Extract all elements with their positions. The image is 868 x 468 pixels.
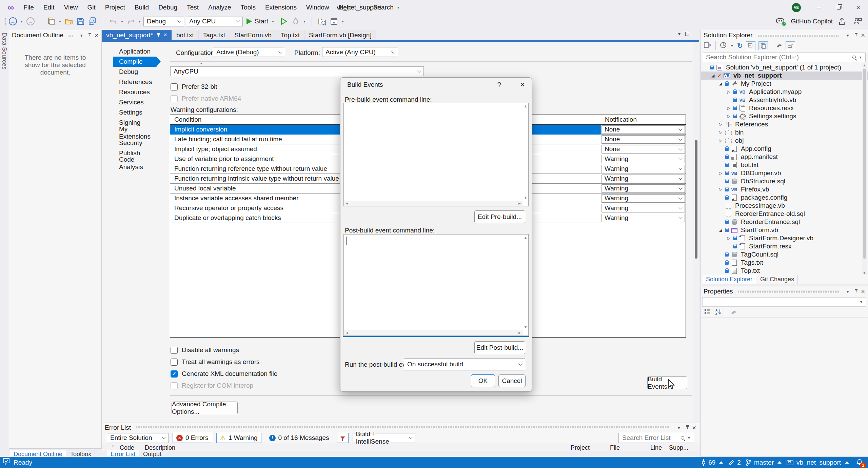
expander-icon[interactable] bbox=[717, 81, 724, 86]
menu-item[interactable]: Git bbox=[82, 0, 100, 15]
target-cpu-combo[interactable]: AnyCPU bbox=[170, 66, 424, 76]
restore-button[interactable] bbox=[829, 0, 848, 15]
properties-icon[interactable] bbox=[776, 42, 783, 50]
toolbar-grip[interactable] bbox=[3, 17, 6, 25]
expander-icon[interactable] bbox=[725, 89, 732, 94]
refresh-icon[interactable]: ↻ bbox=[737, 42, 743, 50]
property-nav-item[interactable]: Debug bbox=[113, 67, 156, 77]
expander-icon[interactable] bbox=[717, 138, 724, 143]
checkbox-row[interactable]: Register for COM interop bbox=[171, 382, 277, 390]
configuration-combo[interactable]: Active (Debug) bbox=[213, 47, 285, 57]
notification-combo[interactable]: None bbox=[601, 125, 685, 134]
tree-scrollbar[interactable]: ▲ ▼ bbox=[862, 63, 867, 275]
chevron-down-icon[interactable]: ▾ bbox=[859, 55, 863, 60]
chevron-down-icon[interactable]: ▾ bbox=[730, 43, 734, 48]
tree-item[interactable]: ✓ packages.config bbox=[701, 194, 868, 202]
tree-item[interactable]: ✓ My Project bbox=[701, 80, 868, 88]
close-icon[interactable]: × bbox=[861, 288, 865, 296]
hot-reload-button[interactable] bbox=[291, 16, 301, 26]
tree-item[interactable]: ✓ ReorderEntrance.sql bbox=[701, 218, 868, 226]
collapse-all-icon[interactable] bbox=[746, 41, 755, 50]
checkbox-row[interactable]: Disable all warnings bbox=[171, 346, 277, 354]
menu-item[interactable]: Test bbox=[182, 0, 203, 15]
chevron-down-icon[interactable]: ▾ bbox=[687, 435, 691, 440]
expander-icon[interactable] bbox=[725, 236, 732, 241]
pin-icon[interactable] bbox=[854, 289, 858, 294]
close-icon[interactable]: × bbox=[95, 32, 99, 39]
tree-item[interactable]: ✓ DbStructure.sql bbox=[701, 177, 868, 185]
chevron-down-icon[interactable]: ▾ bbox=[302, 19, 307, 24]
checkbox-row[interactable]: Treat all warnings as errors bbox=[171, 358, 277, 366]
window-position-icon[interactable]: ▾ bbox=[844, 33, 851, 38]
property-nav-item[interactable]: Settings bbox=[113, 107, 156, 118]
pin-icon[interactable] bbox=[854, 33, 858, 38]
undo-button[interactable] bbox=[108, 16, 118, 26]
property-nav-item[interactable]: My Extensions bbox=[113, 128, 156, 138]
column-divider[interactable] bbox=[601, 115, 601, 337]
expander-icon[interactable] bbox=[717, 187, 724, 192]
close-button[interactable]: × bbox=[848, 0, 868, 15]
chevron-down-icon[interactable]: ▾ bbox=[58, 19, 62, 24]
preview-selected-icon[interactable]: ✦ bbox=[786, 41, 795, 50]
expander-icon[interactable] bbox=[725, 114, 732, 119]
tree-item[interactable]: ✓ bot.txt bbox=[701, 161, 868, 169]
navigate-back-button[interactable]: ← bbox=[8, 16, 18, 26]
pin-icon[interactable] bbox=[685, 425, 689, 430]
close-icon[interactable]: × bbox=[163, 32, 167, 39]
notification-combo[interactable]: Warning bbox=[601, 175, 685, 183]
scrollbar-thumb[interactable] bbox=[695, 140, 697, 259]
property-nav-item[interactable]: References bbox=[113, 77, 156, 87]
error-provider-combo[interactable]: Build + IntelliSense bbox=[353, 433, 415, 443]
tree-item[interactable]: ✓ Top.txt bbox=[701, 267, 868, 275]
checkbox[interactable] bbox=[171, 370, 178, 378]
send-feedback-icon[interactable] bbox=[852, 16, 863, 26]
notification-combo[interactable]: Warning bbox=[601, 204, 685, 212]
panel-grip[interactable] bbox=[757, 34, 840, 37]
tree-item[interactable]: ✓ app.manifest bbox=[701, 153, 868, 161]
help-icon[interactable]: ? bbox=[497, 81, 501, 89]
solution-platform-combo[interactable]: Any CPU bbox=[186, 17, 243, 26]
properties-header[interactable]: Properties ▾ × bbox=[701, 286, 868, 297]
toolbar-overflow-icon[interactable]: ▾ bbox=[341, 19, 345, 24]
notification-combo[interactable]: Warning bbox=[601, 184, 685, 193]
switch-views-icon[interactable] bbox=[704, 41, 712, 50]
tree-item[interactable]: ✓ ProcessImage.vb bbox=[701, 202, 868, 210]
notification-column-header[interactable]: Notification bbox=[601, 115, 686, 124]
menu-item[interactable]: Project bbox=[100, 0, 130, 15]
alphabetical-sort-icon[interactable]: AZ bbox=[715, 308, 722, 317]
solution-explorer-toolbar-icon[interactable] bbox=[329, 16, 339, 26]
copilot-label[interactable]: GitHub Copilot bbox=[791, 18, 833, 25]
tree-item[interactable]: ✓ StartForm.resx bbox=[701, 242, 868, 250]
edit-post-build-button[interactable]: Edit Post-build... bbox=[474, 341, 525, 354]
error-list-search-input[interactable] bbox=[619, 433, 678, 442]
horizontal-scrollbar[interactable]: ◄► bbox=[344, 330, 523, 335]
editor-tab[interactable]: bot.txt × bbox=[172, 30, 199, 40]
branch-button[interactable]: master bbox=[746, 459, 782, 466]
find-in-files-button[interactable] bbox=[317, 16, 327, 26]
tree-item[interactable]: ✓ vb_net_support bbox=[701, 72, 868, 80]
post-build-command-input[interactable]: ▲▼ ◄► bbox=[343, 234, 529, 336]
horizontal-scrollbar[interactable]: ◄► bbox=[344, 201, 523, 206]
cancel-button[interactable]: Cancel bbox=[498, 374, 526, 387]
checkbox[interactable] bbox=[171, 95, 178, 102]
commits-button[interactable]: 69 bbox=[701, 459, 723, 466]
project-column-header[interactable]: Project bbox=[571, 444, 590, 451]
tree-item[interactable]: ✓ bin bbox=[701, 128, 868, 137]
file-column-header[interactable]: File bbox=[610, 444, 620, 451]
messages-filter-button[interactable]: i0 of 16 Messages bbox=[265, 433, 333, 443]
tree-item[interactable]: ✓ TagCount.sql bbox=[701, 250, 868, 259]
dock-tab[interactable]: Git Changes bbox=[757, 275, 798, 284]
checkbox-row[interactable]: Prefer native ARM64 bbox=[171, 95, 241, 103]
navigate-forward-button[interactable]: → bbox=[25, 16, 36, 26]
property-nav-item[interactable]: Services bbox=[113, 97, 156, 107]
close-icon[interactable]: × bbox=[520, 80, 525, 89]
solution-explorer-header[interactable]: Solution Explorer ▾ × bbox=[701, 30, 868, 40]
checkbox-row[interactable]: Generate XML documentation file bbox=[171, 370, 277, 378]
checkbox-row[interactable]: Prefer 32-bit bbox=[171, 83, 241, 91]
property-nav-item[interactable]: Code Analysis bbox=[113, 158, 156, 168]
checkbox[interactable] bbox=[171, 382, 178, 389]
chevron-down-icon[interactable]: ▾ bbox=[138, 19, 142, 24]
checkbox[interactable] bbox=[171, 359, 178, 366]
open-file-button[interactable] bbox=[64, 16, 74, 26]
expander-icon[interactable] bbox=[717, 171, 724, 176]
